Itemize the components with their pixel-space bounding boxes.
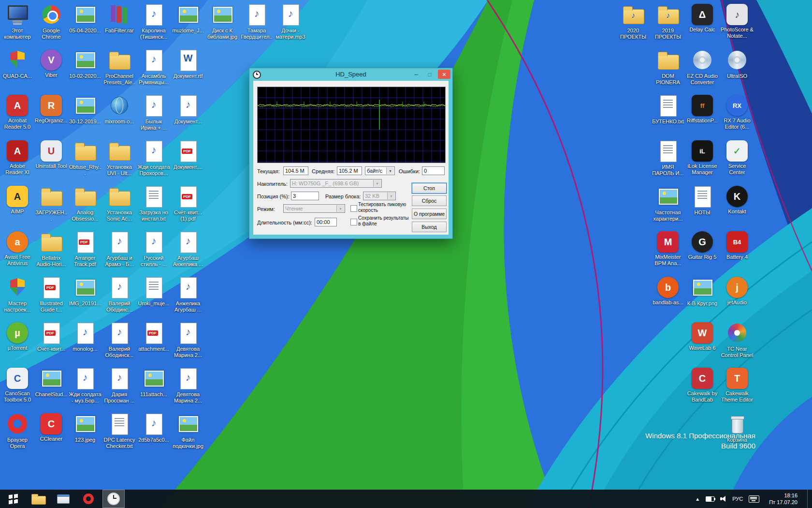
desktop-icon[interactable]: Русский стилль - ...	[137, 230, 170, 268]
stop-button[interactable]: Стоп	[412, 183, 447, 194]
desktop-icon[interactable]: ♪PhotoScore & Notate...	[721, 3, 754, 39]
maximize-button[interactable]: □	[423, 70, 436, 79]
desktop-icon[interactable]: Этот компьютер	[1, 3, 34, 40]
desktop-icon[interactable]: ♪2019 ПРОЕКТЫ	[652, 3, 684, 40]
desktop-icon[interactable]: Частотная характери...	[652, 185, 684, 222]
touch-keyboard-icon[interactable]	[749, 495, 759, 503]
desktop-icon[interactable]: µµTorrent	[1, 321, 34, 351]
unit-select[interactable]: байт/с ▾	[365, 166, 395, 175]
desktop-icon[interactable]: Arranger Track.pdf	[69, 230, 102, 268]
desktop-icon[interactable]: Дария Проссман ...	[103, 367, 136, 404]
desktop-icon[interactable]: Документ....	[172, 139, 204, 170]
desktop-icon[interactable]: Счёт-квит...(1).pdf	[172, 185, 204, 222]
desktop-icon[interactable]: Мастер настроек...	[1, 276, 34, 313]
volume-icon[interactable]	[720, 496, 726, 502]
desktop-icon[interactable]: Валерий Ободинс...	[103, 276, 136, 313]
desktop-icon[interactable]: Ансамбль Румяницы...	[137, 48, 170, 86]
desktop-icon[interactable]: AAcrobat Reader 5.0	[1, 94, 34, 130]
desktop-icon[interactable]: DOM PIONERA	[652, 48, 684, 86]
desktop-icon[interactable]: Корзина	[721, 412, 754, 443]
desktop-icon[interactable]: Загрузка но инстал.txt	[137, 185, 170, 222]
desktop-icon[interactable]: Счёт-квит...	[35, 321, 68, 352]
desktop-icon[interactable]: Диск с К библами.jpg	[206, 3, 239, 40]
desktop-icon[interactable]: CCanoScan Toolbox 5.0	[1, 367, 34, 403]
desktop-icon[interactable]: К-В Круг.png	[686, 276, 719, 307]
minimize-button[interactable]: –	[410, 70, 422, 79]
desktop-icon[interactable]: Дочки - матери.mp3	[274, 3, 307, 40]
duration-field[interactable]: 00:00	[315, 218, 337, 226]
desktop-icon[interactable]: Документ.rtf	[172, 48, 204, 79]
desktop-icon[interactable]: ffRiffstationP...	[686, 94, 719, 124]
desktop-icon[interactable]: Установка Sonic Ac...	[103, 185, 136, 222]
opera-taskbar-button[interactable]	[77, 490, 100, 508]
desktop-icon[interactable]: IMG_20191...	[69, 276, 102, 307]
reset-button[interactable]: Сброс	[412, 195, 447, 206]
desktop-icon[interactable]: B4Battery 4	[721, 230, 754, 260]
desktop-icon[interactable]: monolog...	[69, 321, 102, 352]
desktop-icon[interactable]: QUAD-CA...	[1, 48, 34, 79]
desktop-icon[interactable]: Каролина (Тишинск...	[137, 3, 170, 40]
desktop-icon[interactable]: AAdobe Reader XI	[1, 139, 34, 176]
desktop-icon[interactable]: Браузер Opera	[1, 412, 34, 449]
position-field[interactable]: 3	[291, 192, 319, 200]
desktop-icon[interactable]: ♪2020 ПРОЕКТЫ	[617, 3, 650, 40]
desktop-icon[interactable]: WWaveLab 6	[686, 321, 719, 351]
language-indicator[interactable]: РУС	[732, 496, 743, 502]
desktop-icon[interactable]: RXRX 7 Audio Editor (6...	[721, 94, 754, 130]
explorer-taskbar-button[interactable]	[27, 490, 49, 508]
desktop-icon[interactable]: KKontakt	[721, 185, 754, 215]
errors-field[interactable]: 0	[422, 166, 445, 175]
desktop-icon[interactable]: Illustrated Guide t...	[35, 276, 68, 313]
desktop-icon[interactable]: ЗАГРУЖЕН...	[35, 185, 68, 222]
desktop-icon[interactable]: Анжелика Агурбаш ...	[172, 276, 204, 313]
desktop-icon[interactable]: EZ CD Audio Converter	[686, 48, 719, 86]
desktop-icon[interactable]: 111attach...	[137, 367, 170, 398]
desktop-icon[interactable]: muzlome_J...	[172, 3, 204, 34]
desktop-icon[interactable]: ChanelStud...	[35, 367, 68, 398]
show-desktop-button[interactable]	[807, 490, 811, 508]
desktop-icon[interactable]: Былык Ирина + ...	[137, 94, 170, 131]
desktop-icon[interactable]: Uroki_muje...	[137, 276, 170, 307]
desktop-icon[interactable]: БУТЕНКО.txt	[652, 94, 684, 125]
desktop-icon[interactable]: Analog Obsessio...	[69, 185, 102, 222]
desktop-icon[interactable]: attachment...	[137, 321, 170, 352]
desktop-icon[interactable]: Bellatrix Audio-Hori...	[35, 230, 68, 268]
desktop-icon[interactable]: Obtuse_Rhy...	[69, 139, 102, 177]
desktop-icon[interactable]: AAIMP	[1, 185, 34, 215]
desktop-icon[interactable]: Девятова Марина 2...	[172, 321, 204, 359]
desktop-icon[interactable]: Жди солдата - муз.Бор...	[69, 367, 102, 404]
desktop-icon[interactable]: MMixMeister BPM Ana...	[652, 230, 684, 267]
hd-speed-taskbar-button[interactable]	[102, 490, 125, 508]
desktop-icon[interactable]: Девятова Марина 2...	[172, 367, 204, 404]
desktop-icon[interactable]: ProChannel Presets_Ale...	[103, 48, 136, 86]
desktop-icon[interactable]: mixroom-o...	[103, 94, 136, 125]
tray-clock[interactable]: 18:16 Пт 17.07.20	[765, 492, 801, 506]
about-button[interactable]: О программе	[412, 209, 447, 219]
desktop-icon[interactable]: Агурбаш Анжелика ...	[172, 230, 204, 268]
desktop-icon[interactable]: Документ...	[172, 94, 204, 125]
desktop-icon[interactable]: CCakewalk by BandLab	[686, 367, 719, 403]
title-bar[interactable]: HD_Speed – □ ×	[249, 68, 452, 81]
desktop-icon[interactable]: Агурбаш и Арамэ - Б...	[103, 230, 136, 268]
hidden-icons-button[interactable]: ▲	[695, 496, 700, 502]
desktop-icon[interactable]: Google Chrome	[35, 3, 68, 40]
mode-select[interactable]: Чтение ▾	[283, 204, 345, 213]
average-speed-field[interactable]: 105.2 M	[337, 166, 362, 175]
desktop-icon[interactable]: Установка UVI - Ult...	[103, 139, 136, 177]
desktop-icon[interactable]: ✓Service Center	[721, 139, 754, 176]
desktop-icon[interactable]: 10-02-2020...	[69, 48, 102, 79]
desktop-icon[interactable]: ΔDelay Calc	[686, 3, 719, 33]
block-size-select[interactable]: 32 KB ▾	[363, 192, 396, 200]
battery-icon[interactable]	[706, 496, 714, 502]
desktop-icon[interactable]: bbandlab-as...	[652, 276, 684, 306]
desktop-icon[interactable]: FabFilter.rar	[103, 3, 136, 34]
drive-select[interactable]: H: WD750G _F_ (698.6 GB) ▾	[290, 179, 382, 188]
desktop-icon[interactable]: jjetAudio	[721, 276, 754, 306]
desktop-icon[interactable]: RRegOrganiz...	[35, 94, 68, 124]
desktop-icon[interactable]: VViber	[35, 48, 68, 78]
window-taskbar-button[interactable]	[52, 490, 74, 508]
desktop-icon[interactable]: 2d5b7a5c0...	[137, 412, 170, 443]
desktop-icon[interactable]: UltraISO	[721, 48, 754, 79]
desktop-icon[interactable]: 123.jpeg	[69, 412, 102, 443]
desktop-icon[interactable]: Файл подкачки.jpg	[172, 412, 204, 449]
